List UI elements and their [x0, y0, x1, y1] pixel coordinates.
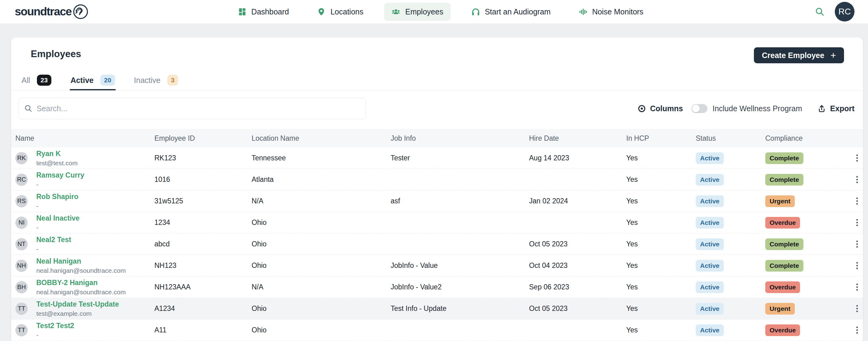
search-input[interactable] — [37, 104, 360, 113]
table-toolbar: Columns Include Wellness Program Export — [638, 98, 855, 119]
cell-employee-id: 1016 — [154, 175, 252, 184]
plus-icon: + — [831, 51, 836, 60]
tab-count-badge: 23 — [37, 75, 51, 86]
table-header-name: Name — [16, 134, 154, 142]
table-row: TT Test-Update Test-Update test@example.… — [11, 298, 863, 319]
employee-name-link[interactable]: Neal2 Test — [36, 236, 71, 244]
tab-active[interactable]: Active 20 — [70, 71, 115, 90]
nav-item-dashboard[interactable]: Dashboard — [231, 3, 296, 21]
cell-hire-date: Aug 14 2023 — [529, 154, 626, 162]
employee-name-link[interactable]: BOBBY-2 Hanigan — [36, 279, 126, 287]
employee-name-link[interactable]: Neal Inactive — [36, 214, 80, 223]
location-pin-icon — [317, 8, 326, 16]
compliance-badge: Complete — [765, 260, 803, 272]
cell-location: N/A — [252, 283, 391, 291]
nav-item-locations[interactable]: Locations — [310, 3, 371, 21]
row-menu-button[interactable] — [854, 216, 860, 229]
table-row: NH Neal Hanigan neal.hanigan@soundtrace.… — [11, 255, 863, 276]
nav-label: Locations — [330, 7, 363, 16]
row-avatar: BH — [16, 281, 28, 294]
nav-label: Noise Monitors — [592, 7, 644, 16]
columns-visibility-icon — [638, 104, 646, 113]
create-employee-button[interactable]: Create Employee + — [754, 47, 844, 63]
kebab-icon — [856, 241, 858, 242]
row-avatar: TT — [16, 303, 28, 315]
row-avatar: NI — [16, 216, 28, 229]
employee-email: neal.hanigan@soundtrace.com — [36, 267, 126, 274]
cell-in-hcp: Yes — [626, 283, 696, 291]
row-menu-button[interactable] — [854, 324, 860, 336]
status-badge: Active — [696, 195, 724, 207]
table-row: RS Rob Shapiro - 31w5125 N/A asf Jan 02 … — [11, 191, 863, 212]
table-row: RC Ramsay Curry - 1016 Atlanta Yes Activ… — [11, 169, 863, 191]
table-row: NI Neal Inactive - 1234 Ohio Yes Active … — [11, 212, 863, 234]
cell-hire-date: Oct 05 2023 — [529, 304, 626, 313]
status-filter-tabs: All 23 Active 20 Inactive 3 — [21, 71, 179, 90]
tab-label: Inactive — [134, 76, 160, 85]
columns-label: Columns — [650, 104, 683, 113]
cell-employee-id: 31w5125 — [154, 197, 252, 205]
nav-item-noise-monitors[interactable]: Noise Monitors — [571, 3, 651, 21]
topbar-right: RC — [815, 0, 855, 23]
employee-name-link[interactable]: Ramsay Curry — [36, 171, 84, 179]
employee-name-link[interactable]: Test-Update Test-Update — [36, 300, 119, 308]
search-icon[interactable] — [815, 7, 824, 16]
employee-email: - — [36, 332, 74, 339]
cell-employee-id: RK123 — [154, 154, 252, 162]
cell-job-info: JobInfo - Value — [391, 262, 529, 270]
table-header-job-info: Job Info — [391, 134, 529, 142]
wellness-toggle[interactable] — [691, 104, 708, 113]
compliance-badge: Complete — [765, 152, 803, 164]
kebab-icon — [856, 155, 858, 156]
columns-button[interactable]: Columns — [638, 104, 683, 113]
cell-location: Ohio — [252, 240, 391, 248]
table-header-location: Location Name — [252, 134, 391, 142]
cell-employee-id: NH123 — [154, 262, 252, 270]
employee-table-body: RK Ryan K test@test.com RK123 Tennessee … — [11, 147, 863, 341]
nav-item-employees[interactable]: Employees — [384, 3, 451, 21]
table-row: BH BOBBY-2 Hanigan neal.hanigan@soundtra… — [11, 276, 863, 298]
employee-name-link[interactable]: Rob Shapiro — [36, 193, 79, 201]
cell-in-hcp: Yes — [626, 175, 696, 184]
equalizer-icon — [579, 8, 587, 16]
employee-name-link[interactable]: Ryan K — [36, 149, 78, 158]
employee-email: test@test.com — [36, 160, 78, 167]
row-menu-button[interactable] — [854, 195, 860, 207]
employee-email: - — [36, 181, 84, 188]
row-menu-button[interactable] — [854, 260, 860, 272]
table-header-status: Status — [696, 134, 765, 142]
tab-all[interactable]: All 23 — [21, 71, 52, 90]
employee-name-link[interactable]: Neal Hanigan — [36, 257, 126, 265]
cell-location: Ohio — [252, 218, 391, 227]
table-row: TT Test2 Test2 - A11 Ohio Yes Active Ove… — [11, 319, 863, 341]
brand-logo[interactable]: soundtrace — [15, 0, 89, 23]
employee-email: neal.hanigan@soundtrace.com — [36, 288, 126, 296]
compliance-badge: Urgent — [765, 303, 795, 315]
dashboard-icon — [238, 8, 246, 16]
cell-location: Ohio — [252, 262, 391, 270]
compliance-badge: Overdue — [765, 325, 800, 336]
nav-label: Dashboard — [251, 7, 289, 16]
cell-in-hcp: Yes — [626, 197, 696, 205]
row-menu-button[interactable] — [854, 152, 860, 164]
name-cell: NT Neal2 Test - — [16, 236, 154, 253]
row-menu-button[interactable] — [854, 174, 860, 185]
row-avatar: RS — [16, 195, 28, 207]
nav-item-start-audiogram[interactable]: Start an Audiogram — [464, 3, 558, 21]
row-avatar: RK — [16, 152, 28, 164]
row-menu-button[interactable] — [854, 303, 860, 315]
cell-employee-id: A1234 — [154, 304, 252, 313]
table-row: NT Neal2 Test - abcd Ohio Oct 05 2023 Ye… — [11, 234, 863, 255]
cell-employee-id: 1234 — [154, 218, 252, 227]
user-avatar[interactable]: RC — [835, 2, 855, 22]
name-cell: NI Neal Inactive - — [16, 214, 154, 231]
row-menu-button[interactable] — [854, 238, 860, 250]
row-menu-button[interactable] — [854, 281, 860, 293]
export-button[interactable]: Export — [817, 104, 855, 113]
tab-count-badge: 3 — [167, 75, 178, 86]
cell-in-hcp: Yes — [626, 218, 696, 227]
kebab-icon — [856, 283, 858, 285]
employee-name-link[interactable]: Test2 Test2 — [36, 322, 74, 330]
tab-inactive[interactable]: Inactive 3 — [133, 71, 179, 90]
tab-count-badge: 20 — [100, 75, 115, 86]
